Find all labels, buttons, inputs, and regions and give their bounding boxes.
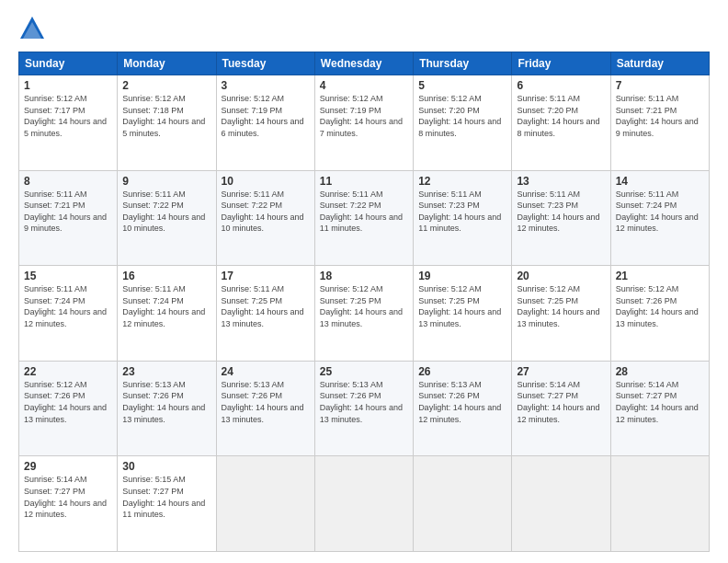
calendar-day-17: 17Sunrise: 5:11 AMSunset: 7:25 PMDayligh… — [216, 266, 314, 362]
day-info: Sunrise: 5:13 AMSunset: 7:26 PMDaylight:… — [122, 379, 210, 425]
calendar-day-11: 11Sunrise: 5:11 AMSunset: 7:22 PMDayligh… — [314, 170, 413, 266]
day-info: Sunrise: 5:12 AMSunset: 7:26 PMDaylight:… — [24, 379, 112, 425]
day-number: 27 — [517, 365, 605, 378]
calendar-day-20: 20Sunrise: 5:12 AMSunset: 7:25 PMDayligh… — [512, 266, 610, 362]
empty-cell — [314, 456, 413, 552]
day-number: 28 — [616, 365, 704, 378]
day-number: 16 — [122, 270, 210, 282]
calendar-day-4: 4Sunrise: 5:12 AMSunset: 7:19 PMDaylight… — [314, 75, 413, 171]
day-info: Sunrise: 5:11 AMSunset: 7:23 PMDaylight:… — [418, 189, 506, 235]
day-info: Sunrise: 5:11 AMSunset: 7:21 PMDaylight:… — [24, 189, 112, 235]
day-info: Sunrise: 5:12 AMSunset: 7:19 PMDaylight:… — [320, 93, 408, 139]
page: SundayMondayTuesdayWednesdayThursdayFrid… — [0, 0, 728, 563]
day-number: 23 — [122, 365, 210, 378]
day-number: 19 — [418, 270, 506, 282]
day-number: 20 — [517, 270, 605, 282]
day-info: Sunrise: 5:13 AMSunset: 7:26 PMDaylight:… — [222, 379, 310, 425]
calendar-week-3: 15Sunrise: 5:11 AMSunset: 7:24 PMDayligh… — [19, 266, 710, 362]
empty-cell — [414, 456, 512, 552]
calendar-day-16: 16Sunrise: 5:11 AMSunset: 7:24 PMDayligh… — [118, 266, 216, 362]
weekday-header-monday: Monday — [118, 52, 216, 75]
day-info: Sunrise: 5:15 AMSunset: 7:27 PMDaylight:… — [122, 474, 210, 520]
day-info: Sunrise: 5:11 AMSunset: 7:21 PMDaylight:… — [616, 93, 704, 139]
weekday-header-thursday: Thursday — [414, 52, 512, 75]
logo-icon — [18, 15, 46, 42]
day-info: Sunrise: 5:13 AMSunset: 7:26 PMDaylight:… — [320, 379, 408, 425]
day-number: 25 — [320, 365, 408, 378]
weekday-header-row: SundayMondayTuesdayWednesdayThursdayFrid… — [19, 52, 710, 75]
day-info: Sunrise: 5:14 AMSunset: 7:27 PMDaylight:… — [616, 379, 704, 425]
day-info: Sunrise: 5:11 AMSunset: 7:25 PMDaylight:… — [222, 283, 310, 329]
empty-cell — [216, 456, 314, 552]
calendar-day-21: 21Sunrise: 5:12 AMSunset: 7:26 PMDayligh… — [610, 266, 709, 362]
calendar-week-1: 1Sunrise: 5:12 AMSunset: 7:17 PMDaylight… — [19, 75, 710, 171]
weekday-header-wednesday: Wednesday — [314, 52, 413, 75]
calendar-day-30: 30Sunrise: 5:15 AMSunset: 7:27 PMDayligh… — [118, 456, 216, 552]
day-number: 5 — [418, 79, 506, 92]
weekday-header-friday: Friday — [512, 52, 610, 75]
day-info: Sunrise: 5:11 AMSunset: 7:24 PMDaylight:… — [24, 283, 112, 329]
day-info: Sunrise: 5:11 AMSunset: 7:20 PMDaylight:… — [517, 93, 605, 139]
day-number: 21 — [616, 270, 704, 282]
day-info: Sunrise: 5:11 AMSunset: 7:23 PMDaylight:… — [517, 189, 605, 235]
calendar-day-25: 25Sunrise: 5:13 AMSunset: 7:26 PMDayligh… — [314, 361, 413, 456]
calendar-day-23: 23Sunrise: 5:13 AMSunset: 7:26 PMDayligh… — [118, 361, 216, 456]
day-number: 4 — [320, 79, 408, 92]
day-number: 29 — [24, 460, 112, 473]
day-info: Sunrise: 5:12 AMSunset: 7:19 PMDaylight:… — [222, 93, 310, 139]
day-number: 10 — [222, 175, 310, 188]
day-info: Sunrise: 5:11 AMSunset: 7:24 PMDaylight:… — [616, 189, 704, 235]
calendar-day-24: 24Sunrise: 5:13 AMSunset: 7:26 PMDayligh… — [216, 361, 314, 456]
logo — [18, 15, 50, 42]
day-info: Sunrise: 5:12 AMSunset: 7:25 PMDaylight:… — [418, 283, 506, 329]
day-number: 17 — [222, 270, 310, 282]
day-info: Sunrise: 5:12 AMSunset: 7:18 PMDaylight:… — [122, 93, 210, 139]
empty-cell — [512, 456, 610, 552]
calendar-day-7: 7Sunrise: 5:11 AMSunset: 7:21 PMDaylight… — [610, 75, 709, 171]
calendar-day-3: 3Sunrise: 5:12 AMSunset: 7:19 PMDaylight… — [216, 75, 314, 171]
calendar-day-15: 15Sunrise: 5:11 AMSunset: 7:24 PMDayligh… — [19, 266, 118, 362]
day-number: 3 — [222, 79, 310, 92]
day-number: 8 — [24, 175, 112, 188]
calendar-day-12: 12Sunrise: 5:11 AMSunset: 7:23 PMDayligh… — [414, 170, 512, 266]
day-info: Sunrise: 5:12 AMSunset: 7:25 PMDaylight:… — [517, 283, 605, 329]
calendar-day-5: 5Sunrise: 5:12 AMSunset: 7:20 PMDaylight… — [414, 75, 512, 171]
day-number: 26 — [418, 365, 506, 378]
day-number: 12 — [418, 175, 506, 188]
calendar-day-29: 29Sunrise: 5:14 AMSunset: 7:27 PMDayligh… — [19, 456, 118, 552]
calendar-week-2: 8Sunrise: 5:11 AMSunset: 7:21 PMDaylight… — [19, 170, 710, 266]
calendar-day-6: 6Sunrise: 5:11 AMSunset: 7:20 PMDaylight… — [512, 75, 610, 171]
day-number: 1 — [24, 79, 112, 92]
calendar-day-26: 26Sunrise: 5:13 AMSunset: 7:26 PMDayligh… — [414, 361, 512, 456]
day-info: Sunrise: 5:12 AMSunset: 7:20 PMDaylight:… — [418, 93, 506, 139]
day-number: 6 — [517, 79, 605, 92]
header — [18, 15, 710, 42]
calendar-day-27: 27Sunrise: 5:14 AMSunset: 7:27 PMDayligh… — [512, 361, 610, 456]
day-number: 15 — [24, 270, 112, 282]
calendar-week-4: 22Sunrise: 5:12 AMSunset: 7:26 PMDayligh… — [19, 361, 710, 456]
day-info: Sunrise: 5:12 AMSunset: 7:17 PMDaylight:… — [24, 93, 112, 139]
calendar-table: SundayMondayTuesdayWednesdayThursdayFrid… — [18, 52, 710, 552]
day-number: 2 — [122, 79, 210, 92]
day-info: Sunrise: 5:14 AMSunset: 7:27 PMDaylight:… — [517, 379, 605, 425]
calendar-day-10: 10Sunrise: 5:11 AMSunset: 7:22 PMDayligh… — [216, 170, 314, 266]
calendar-day-2: 2Sunrise: 5:12 AMSunset: 7:18 PMDaylight… — [118, 75, 216, 171]
day-info: Sunrise: 5:11 AMSunset: 7:22 PMDaylight:… — [320, 189, 408, 235]
day-number: 30 — [122, 460, 210, 473]
day-info: Sunrise: 5:11 AMSunset: 7:22 PMDaylight:… — [222, 189, 310, 235]
day-info: Sunrise: 5:11 AMSunset: 7:24 PMDaylight:… — [122, 283, 210, 329]
day-number: 14 — [616, 175, 704, 188]
day-number: 13 — [517, 175, 605, 188]
calendar-day-8: 8Sunrise: 5:11 AMSunset: 7:21 PMDaylight… — [19, 170, 118, 266]
day-info: Sunrise: 5:11 AMSunset: 7:22 PMDaylight:… — [122, 189, 210, 235]
calendar-day-22: 22Sunrise: 5:12 AMSunset: 7:26 PMDayligh… — [19, 361, 118, 456]
day-number: 9 — [122, 175, 210, 188]
day-number: 11 — [320, 175, 408, 188]
day-number: 7 — [616, 79, 704, 92]
day-number: 22 — [24, 365, 112, 378]
calendar-day-28: 28Sunrise: 5:14 AMSunset: 7:27 PMDayligh… — [610, 361, 709, 456]
day-info: Sunrise: 5:13 AMSunset: 7:26 PMDaylight:… — [418, 379, 506, 425]
weekday-header-tuesday: Tuesday — [216, 52, 314, 75]
weekday-header-saturday: Saturday — [610, 52, 709, 75]
empty-cell — [610, 456, 709, 552]
